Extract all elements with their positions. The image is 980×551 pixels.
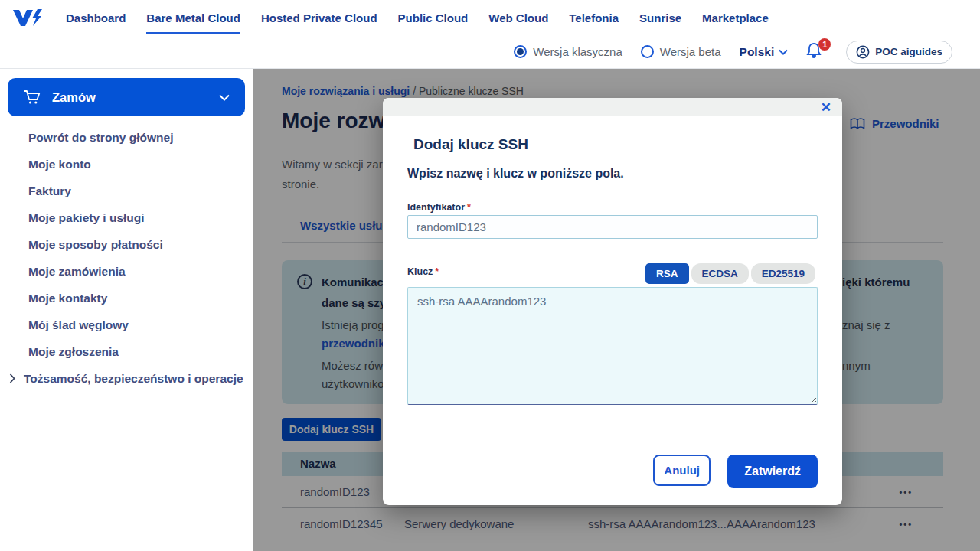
- key-type-segmented-control: RSA ECDSA ED25519: [645, 263, 815, 284]
- nav-item-web-cloud[interactable]: Web Cloud: [488, 7, 548, 29]
- brand-logo-icon: [11, 6, 44, 29]
- notification-count-badge: 1: [818, 38, 831, 51]
- required-asterisk: *: [467, 202, 471, 213]
- account-menu-button[interactable]: POC aiguides: [846, 41, 952, 64]
- key-type-rsa[interactable]: RSA: [645, 263, 689, 284]
- version-classic-radio[interactable]: Wersja klasyczna: [514, 45, 622, 58]
- nav-item-public-cloud[interactable]: Public Cloud: [398, 7, 469, 29]
- top-navigation-bar: Dashboard Bare Metal Cloud Hosted Privat…: [0, 0, 980, 35]
- chevron-down-icon: [219, 94, 230, 101]
- modal-subtitle: Wpisz nazwę i klucz w poniższe pola.: [407, 167, 624, 181]
- nav-item-dashboard[interactable]: Dashboard: [66, 7, 126, 29]
- version-classic-label: Wersja klasyczna: [533, 45, 622, 58]
- cancel-button[interactable]: Anuluj: [653, 455, 710, 486]
- sidebar-item-account[interactable]: Moje konto: [0, 151, 253, 178]
- sidebar: Zamów Powrót do strony głównej Moje kont…: [0, 69, 253, 551]
- sidebar-item-home[interactable]: Powrót do strony głównej: [0, 124, 253, 151]
- nav-item-marketplace[interactable]: Marketplace: [702, 7, 769, 29]
- sidebar-item-payment-methods[interactable]: Moje sposoby płatności: [0, 231, 253, 258]
- sidebar-item-packages-services[interactable]: Moje pakiety i usługi: [0, 204, 253, 231]
- radio-unselected-icon: [641, 45, 654, 58]
- notifications-button[interactable]: 1: [806, 42, 822, 62]
- required-asterisk: *: [435, 266, 439, 277]
- key-type-ecdsa[interactable]: ECDSA: [691, 263, 749, 284]
- modal-header-strip: [383, 98, 842, 116]
- close-icon[interactable]: ✕: [821, 99, 831, 116]
- language-label: Polski: [740, 45, 775, 59]
- nav-item-bare-metal-cloud[interactable]: Bare Metal Cloud: [146, 7, 240, 29]
- add-ssh-key-modal: ✕ Dodaj klucz SSH Wpisz nazwę i klucz w …: [383, 98, 842, 505]
- radio-selected-icon: [514, 45, 527, 58]
- key-type-ed25519[interactable]: ED25519: [751, 263, 815, 284]
- sidebar-item-label: Tożsamość, bezpieczeństwo i operacje: [24, 365, 243, 392]
- sidebar-item-orders[interactable]: Moje zamówienia: [0, 258, 253, 285]
- version-beta-label: Wersja beta: [660, 45, 721, 58]
- utility-bar: Wersja klasyczna Wersja beta Polski 1 PO…: [0, 35, 980, 69]
- cart-icon: [23, 90, 41, 105]
- nav-item-hosted-private-cloud[interactable]: Hosted Private Cloud: [261, 7, 377, 29]
- nav-item-sunrise[interactable]: Sunrise: [639, 7, 681, 29]
- sidebar-item-tickets[interactable]: Moje zgłoszenia: [0, 338, 253, 365]
- chevron-down-icon: [779, 49, 788, 55]
- order-button[interactable]: Zamów: [8, 78, 245, 116]
- primary-nav: Dashboard Bare Metal Cloud Hosted Privat…: [66, 7, 769, 29]
- order-button-label: Zamów: [52, 90, 208, 105]
- key-value-textarea[interactable]: ssh-rsa AAAArandom123: [407, 287, 818, 405]
- version-beta-radio[interactable]: Wersja beta: [641, 45, 721, 58]
- sidebar-menu: Powrót do strony głównej Moje konto Fakt…: [0, 124, 253, 392]
- user-icon: [856, 45, 870, 59]
- identifier-input[interactable]: [407, 215, 818, 239]
- modal-title: Dodaj klucz SSH: [413, 136, 528, 153]
- sidebar-item-contacts[interactable]: Moje kontakty: [0, 285, 253, 311]
- nav-item-telefonia[interactable]: Telefonia: [569, 7, 619, 29]
- sidebar-item-invoices[interactable]: Faktury: [0, 178, 253, 204]
- sidebar-item-identity-security[interactable]: Tożsamość, bezpieczeństwo i operacje: [0, 365, 253, 392]
- sidebar-item-carbon-footprint[interactable]: Mój ślad węglowy: [0, 311, 253, 338]
- key-label: Klucz*: [407, 266, 439, 277]
- identifier-label: Identyfikator*: [407, 202, 471, 213]
- chevron-right-icon: [9, 373, 15, 383]
- submit-button[interactable]: Zatwierdź: [727, 455, 818, 488]
- account-name: POC aiguides: [875, 46, 942, 57]
- language-selector[interactable]: Polski: [740, 45, 789, 59]
